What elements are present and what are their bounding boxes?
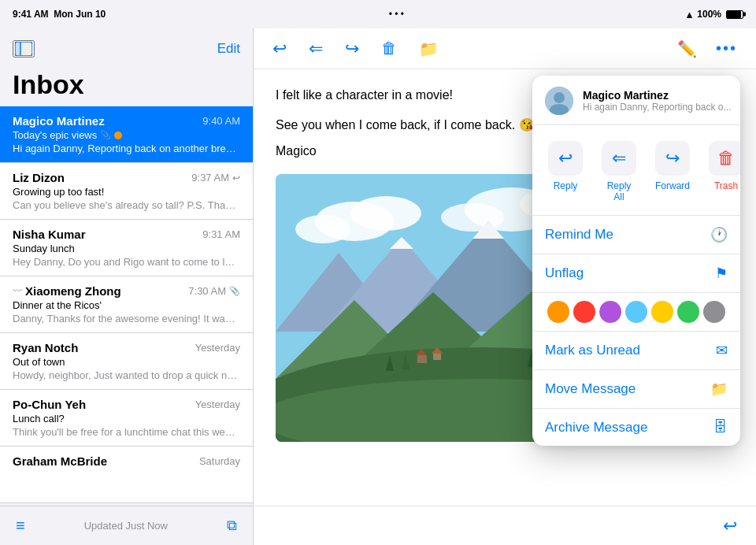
move-message-label: Move Message [545,381,636,397]
list-item[interactable]: Liz Dizon 9:37 AM ↩ Growing up too fast!… [0,163,253,220]
email-preview: Hi again Danny, Reporting back on anothe… [13,143,240,154]
email-sender: Magico Martinez [13,114,105,128]
context-sender-preview: Hi again Danny, Reporting back o... [583,102,732,113]
email-subject: Growing up too fast! [13,186,240,198]
email-time: Saturday [199,455,240,467]
mark-unread-item[interactable]: Mark as Unread ✉ [532,332,740,370]
compose-button[interactable]: ✏️ [674,36,700,61]
email-preview: Think you'll be free for a lunchtime cha… [13,426,240,438]
trash-action-icon: 🗑 [709,141,740,176]
trash-button[interactable]: 🗑 [378,36,400,61]
list-item[interactable]: Nisha Kumar 9:31 AM Sunday lunch Hey Dan… [0,220,253,276]
reply-back-button[interactable]: ↩ [269,35,290,62]
color-dot-gray[interactable] [703,301,725,323]
status-center: • • • [389,9,404,20]
forward-label: Forward [655,180,690,191]
email-sender: Nisha Kumar [13,228,86,241]
list-item[interactable]: 〰 Xiaomeng Zhong 7:30 AM 📎 Dinner at the… [0,276,253,333]
email-detail-panel: ↩ ⇐ ↪ 🗑 📁 ✏️ ••• I felt like a character… [254,28,756,545]
detail-toolbar: ↩ ⇐ ↪ 🗑 📁 ✏️ ••• [254,28,756,69]
forward-button[interactable]: ↪ [342,35,362,62]
email-sender: Xiaomeng Zhong [25,284,121,298]
detail-footer: ↩ [254,506,756,545]
color-dot-orange[interactable] [547,301,569,323]
color-dot-teal[interactable] [625,301,647,323]
email-preview: Danny, Thanks for the awesome evening! I… [13,313,240,324]
email-subject: Sunday lunch [13,243,240,254]
stack-button[interactable]: ⧉ [224,514,240,537]
wifi-icon: ▴ [687,9,692,20]
context-menu: Magico Martinez Hi again Danny, Reportin… [532,76,740,446]
email-preview: Hey Danny, Do you and Rigo want to come … [13,256,240,268]
envelope-icon: ✉ [716,342,728,359]
email-time: 9:40 AM [202,115,240,127]
flag-slash-icon: ⚑ [715,265,728,282]
mark-unread-label: Mark as Unread [545,343,640,358]
svg-point-34 [554,92,565,103]
forward-action-button[interactable]: ↪ Forward [646,138,699,206]
action-buttons-row: ↩ Reply ⇐ Reply All ↪ Forward 🗑 Trash [532,125,740,216]
move-message-item[interactable]: Move Message 📁 [532,370,740,409]
svg-rect-25 [417,355,427,363]
reply-label: Reply [554,180,578,191]
inbox-title: Inbox [0,69,253,106]
archive-message-label: Archive Message [545,420,647,436]
color-dot-yellow[interactable] [651,301,673,323]
battery-icon [726,10,743,19]
list-item[interactable]: Ryan Notch Yesterday Out of town Howdy, … [0,333,253,390]
unflag-label: Unflag [545,265,584,281]
color-dot-purple[interactable] [599,301,621,323]
edit-button[interactable]: Edit [217,41,240,57]
list-item[interactable]: Graham McBride Saturday [0,447,253,503]
reply-indicator: ↩ [232,172,240,184]
email-subject: Out of town [13,356,240,368]
remind-me-item[interactable]: Remind Me 🕐 [532,216,740,254]
filter-button[interactable]: ≡ [13,513,28,538]
reply-all-button[interactable]: ⇐ [306,35,326,62]
context-sender-info: Magico Martinez Hi again Danny, Reportin… [583,89,732,113]
context-menu-header: Magico Martinez Hi again Danny, Reportin… [532,76,740,125]
list-item[interactable]: Magico Martinez 9:40 AM Today's epic vie… [0,106,253,163]
email-preview: Howdy, neighbor, Just wanted to drop a q… [13,369,240,381]
detail-toolbar-right: ✏️ ••• [674,36,740,61]
main-layout: Edit Inbox Magico Martinez 9:40 AM Today… [0,28,756,545]
status-right: ▴ 100% [687,9,743,20]
unflag-item[interactable]: Unflag ⚑ [532,254,740,293]
email-sender: Po-Chun Yeh [13,398,86,411]
reply-all-icon: ⇐ [602,141,636,176]
forward-icon: ↪ [655,141,690,176]
email-list-panel: Edit Inbox Magico Martinez 9:40 AM Today… [0,28,254,545]
email-subject [13,469,240,481]
folder-button[interactable]: 📁 [416,36,442,61]
color-dot-red[interactable] [573,301,595,323]
email-sender: Ryan Notch [13,341,78,354]
attachment-icon: 📎 [100,130,111,140]
clock-icon: 🕐 [710,226,728,243]
svg-point-9 [441,203,504,232]
thread-icon: 〰 [13,286,22,297]
color-dots-row [532,293,740,332]
reply-footer-button[interactable]: ↩ [720,513,740,539]
email-list-footer: ≡ Updated Just Now ⧉ [0,506,253,545]
trash-label: Trash [714,180,738,191]
email-time: Yesterday [195,342,240,354]
list-item[interactable]: Po-Chun Yeh Yesterday Lunch call? Think … [0,390,253,447]
color-dot-green[interactable] [677,301,699,323]
archive-message-item[interactable]: Archive Message 🗄 [532,409,740,446]
updated-text: Updated Just Now [28,520,224,532]
trash-action-button[interactable]: 🗑 Trash [699,138,740,206]
sidebar-toggle-button[interactable] [13,40,35,57]
reply-all-action-button[interactable]: ⇐ Reply All [592,138,646,206]
email-list-toolbar: Edit [0,28,253,69]
email-sender: Liz Dizon [13,171,65,184]
reply-action-button[interactable]: ↩ Reply [539,138,592,206]
reply-all-label: Reply All [602,180,636,202]
status-time: 9:41 AM Mon Jun 10 [13,9,106,20]
svg-rect-1 [15,42,20,56]
more-button[interactable]: ••• [713,36,740,61]
email-preview: Can you believe she's already so tall? P… [13,199,240,211]
folder-move-icon: 📁 [710,380,728,398]
svg-point-6 [295,215,350,243]
remind-me-label: Remind Me [545,227,613,243]
svg-point-5 [350,196,421,231]
